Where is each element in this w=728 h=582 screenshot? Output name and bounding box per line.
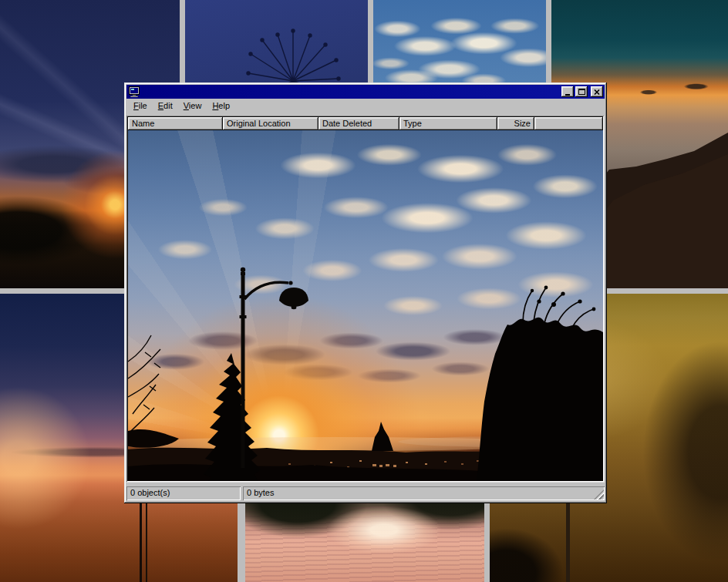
column-header-date-deleted[interactable]: Date Deleted: [318, 117, 399, 130]
minimize-icon: [565, 94, 570, 96]
close-button[interactable]: [591, 86, 603, 97]
status-size: 0 bytes: [243, 486, 605, 500]
recycle-bin-window: File Edit View Help Name Original Locati…: [124, 82, 607, 503]
minimize-button[interactable]: [561, 86, 574, 97]
column-header-size[interactable]: Size: [497, 117, 534, 130]
column-header-type[interactable]: Type: [399, 117, 497, 130]
file-list-area[interactable]: Name Original Location Date Deleted Type…: [126, 116, 605, 483]
column-header-name[interactable]: Name: [128, 117, 223, 130]
menu-bar: File Edit View Help: [126, 99, 605, 113]
resize-grip[interactable]: [594, 489, 604, 500]
menu-file[interactable]: File: [128, 99, 153, 113]
column-header-original-location[interactable]: Original Location: [223, 117, 318, 130]
maximize-icon: [578, 89, 585, 95]
title-bar[interactable]: [126, 85, 605, 99]
computer-icon[interactable]: [129, 86, 140, 97]
menu-help[interactable]: Help: [207, 99, 235, 113]
maximize-button[interactable]: [575, 86, 588, 97]
menu-edit[interactable]: Edit: [153, 99, 178, 113]
status-bar: 0 object(s) 0 bytes: [126, 484, 605, 501]
desktop: File Edit View Help Name Original Locati…: [0, 0, 728, 582]
column-header-row: Name Original Location Date Deleted Type…: [128, 117, 603, 130]
status-object-count: 0 object(s): [126, 486, 241, 500]
menu-view[interactable]: View: [178, 99, 207, 113]
sunset-photo-background: [128, 130, 603, 481]
close-icon: [594, 89, 600, 95]
column-header-empty[interactable]: [534, 117, 603, 130]
sunset-photo-silhouettes: [128, 130, 603, 481]
